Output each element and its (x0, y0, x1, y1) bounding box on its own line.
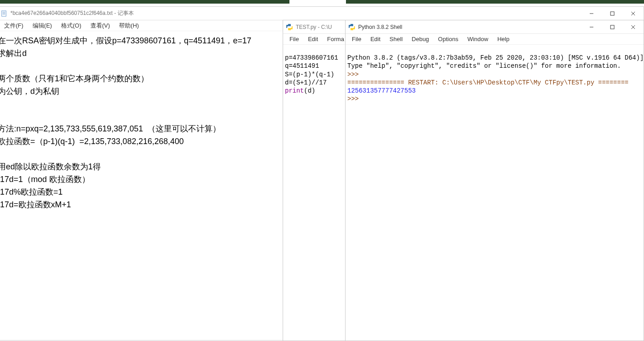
maximize-button[interactable] (602, 7, 623, 20)
python-shell-content[interactable]: Python 3.8.2 (tags/v3.8.2:7b3ab59, Feb 2… (346, 45, 644, 104)
python-icon (348, 23, 355, 31)
code-line: q=4511491 (285, 62, 319, 70)
idle-editor-title: TEST.py - C:\U (296, 24, 346, 30)
shell-restart: =============== RESTART: C:\Users\HP\Des… (347, 79, 629, 86)
shell-prompt: >>> (347, 95, 363, 103)
menu-edit[interactable]: 编辑(E) (28, 21, 57, 31)
menu-help[interactable]: Help (493, 35, 514, 43)
menu-help[interactable]: 帮助(H) (114, 21, 143, 31)
shell-banner: Type "help", "copyright", "credits" or "… (347, 62, 621, 70)
menu-view[interactable]: 查看(V) (86, 21, 114, 31)
code-line: d=(S+1)//17 (285, 79, 327, 86)
maximize-button[interactable] (602, 20, 623, 34)
notepad-titlebar[interactable]: *bca4e67e266a4040bbf560751c2f646a.txt - … (0, 7, 644, 20)
menu-debug[interactable]: Debug (407, 35, 433, 43)
close-button[interactable] (623, 7, 644, 20)
menu-file[interactable]: File (285, 35, 303, 43)
close-button[interactable] (623, 20, 644, 34)
idle-editor-menubar: File Edit Forma (283, 34, 346, 45)
menu-file[interactable]: File (347, 35, 366, 43)
code-line: S=(p-1)*(q-1) (285, 71, 334, 78)
shell-output: 125631357777427553 (347, 87, 416, 94)
idle-editor-window: TEST.py - C:\U File Edit Forma p=4733986… (283, 20, 346, 341)
svg-rect-10 (611, 25, 614, 29)
idle-editor-titlebar[interactable]: TEST.py - C:\U (283, 20, 346, 34)
menu-shell[interactable]: Shell (385, 35, 407, 43)
python-icon (286, 23, 293, 31)
shell-prompt: >>> (347, 71, 363, 78)
menu-file[interactable]: 文件(F) (0, 21, 28, 31)
python-shell-titlebar[interactable]: Python 3.8.2 Shell (346, 20, 644, 34)
python-shell-window: Python 3.8.2 Shell File Edit Shell Debug… (345, 20, 644, 341)
menu-format[interactable]: 格式(O) (57, 21, 86, 31)
shell-banner: Python 3.8.2 (tags/v3.8.2:7b3ab59, Feb 2… (347, 54, 644, 61)
notepad-icon (0, 10, 8, 17)
python-shell-title: Python 3.8.2 Shell (358, 24, 581, 30)
menu-edit[interactable]: Edit (303, 35, 322, 43)
menu-window[interactable]: Window (463, 35, 492, 43)
python-shell-menubar: File Edit Shell Debug Options Window Hel… (346, 34, 644, 45)
minimize-button[interactable] (581, 7, 602, 20)
code-line: p=473398607161 (285, 54, 338, 61)
notepad-title: *bca4e67e266a4040bbf560751c2f646a.txt - … (10, 9, 581, 17)
svg-rect-6 (611, 12, 614, 15)
code-line: print(d) (285, 87, 315, 94)
menu-edit[interactable]: Edit (366, 35, 385, 43)
idle-editor-content[interactable]: p=473398607161 q=4511491 S=(p-1)*(q-1) d… (283, 45, 346, 96)
menu-options[interactable]: Options (434, 35, 463, 43)
minimize-button[interactable] (581, 20, 602, 34)
